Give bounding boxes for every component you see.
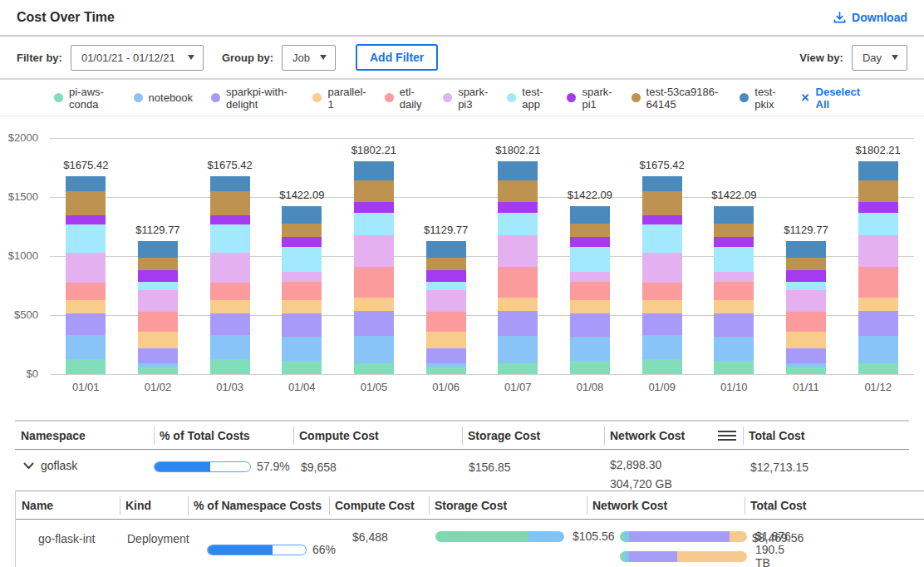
bar-segment-parallel-1[interactable]: [858, 298, 898, 311]
view-by-select[interactable]: Day: [852, 45, 907, 71]
bar-segment-etl-daily[interactable]: [786, 312, 826, 331]
bar-segment-test-53ca9186-64145[interactable]: [426, 258, 466, 271]
download-button[interactable]: Download: [833, 11, 907, 24]
bar-segment-notebook[interactable]: [642, 335, 682, 359]
bar-segment-test-app[interactable]: [858, 213, 898, 236]
legend-item-spark-pi1[interactable]: spark-pi1: [567, 86, 612, 111]
bar-segment-notebook[interactable]: [354, 336, 394, 363]
bar-segment-test-53ca9186-64145[interactable]: [354, 180, 394, 202]
bar-segment-test-app[interactable]: [786, 282, 826, 289]
bar-segment-notebook[interactable]: [210, 335, 250, 359]
bar-segment-etl-daily[interactable]: [66, 283, 106, 300]
bar-segment-notebook[interactable]: [570, 337, 610, 361]
bar-01/02[interactable]: [138, 241, 178, 374]
bar-segment-notebook[interactable]: [714, 337, 754, 361]
bar-segment-spark-pi3[interactable]: [786, 290, 826, 313]
bar-segment-spark-pi3[interactable]: [570, 272, 610, 282]
bar-segment-parallel-1[interactable]: [498, 298, 538, 311]
bar-01/09[interactable]: [642, 176, 682, 374]
bar-segment-pi-aws-conda[interactable]: [426, 367, 466, 374]
bar-segment-spark-pi3[interactable]: [426, 290, 466, 313]
bar-segment-spark-pi1[interactable]: [714, 237, 754, 247]
bar-segment-etl-daily[interactable]: [570, 282, 610, 300]
bar-segment-spark-pi1[interactable]: [66, 215, 106, 224]
bar-01/04[interactable]: [282, 206, 322, 374]
bar-segment-spark-pi1[interactable]: [426, 270, 466, 282]
bar-segment-spark-pi1[interactable]: [138, 270, 178, 282]
bar-segment-notebook[interactable]: [282, 337, 322, 361]
namespace-expander[interactable]: goflask: [15, 450, 154, 472]
bar-segment-sparkpi-with-delight[interactable]: [498, 311, 538, 337]
bar-segment-spark-pi3[interactable]: [642, 253, 682, 283]
bar-segment-parallel-1[interactable]: [642, 300, 682, 313]
bar-segment-spark-pi1[interactable]: [858, 202, 898, 213]
bar-01/06[interactable]: [426, 241, 466, 374]
bar-segment-pi-aws-conda[interactable]: [354, 363, 394, 374]
bar-segment-test-pkix[interactable]: [858, 161, 898, 180]
bar-01/03[interactable]: [210, 176, 250, 374]
bar-segment-etl-daily[interactable]: [498, 267, 538, 298]
bar-01/05[interactable]: [354, 161, 394, 374]
bar-01/12[interactable]: [858, 161, 898, 374]
bar-segment-etl-daily[interactable]: [210, 283, 250, 300]
bar-segment-pi-aws-conda[interactable]: [138, 367, 178, 374]
bar-segment-test-53ca9186-64145[interactable]: [570, 224, 610, 237]
bar-segment-test-app[interactable]: [210, 224, 250, 253]
bar-segment-pi-aws-conda[interactable]: [786, 367, 826, 374]
bar-segment-parallel-1[interactable]: [354, 298, 394, 311]
bar-segment-sparkpi-with-delight[interactable]: [66, 313, 106, 336]
legend-item-sparkpi-with-delight[interactable]: sparkpi-with-delight: [211, 86, 294, 111]
add-filter-button[interactable]: Add Filter: [356, 44, 438, 71]
bar-segment-test-app[interactable]: [570, 247, 610, 273]
bar-segment-notebook[interactable]: [858, 336, 898, 363]
bar-segment-sparkpi-with-delight[interactable]: [138, 348, 178, 362]
bar-segment-parallel-1[interactable]: [66, 300, 106, 313]
bar-segment-pi-aws-conda[interactable]: [282, 361, 322, 374]
legend-item-notebook[interactable]: notebook: [134, 91, 194, 104]
bar-segment-test-pkix[interactable]: [210, 176, 250, 191]
bar-segment-sparkpi-with-delight[interactable]: [714, 313, 754, 337]
bar-segment-test-app[interactable]: [138, 282, 178, 289]
bar-segment-test-pkix[interactable]: [354, 161, 394, 180]
bar-segment-spark-pi1[interactable]: [210, 215, 250, 224]
bar-segment-spark-pi1[interactable]: [642, 215, 682, 224]
bar-segment-test-app[interactable]: [714, 247, 754, 273]
bar-segment-notebook[interactable]: [498, 336, 538, 363]
bar-segment-test-53ca9186-64145[interactable]: [642, 191, 682, 215]
bar-segment-spark-pi3[interactable]: [714, 272, 754, 282]
legend-item-test-pkix[interactable]: test-pkix: [740, 86, 782, 111]
group-by-select[interactable]: Job: [282, 45, 336, 71]
bar-segment-pi-aws-conda[interactable]: [498, 363, 538, 374]
bar-01/08[interactable]: [570, 206, 610, 374]
table-row[interactable]: goflask 57.9% $9,658 $156.85 $2,898.30 3…: [15, 450, 909, 491]
bar-segment-test-53ca9186-64145[interactable]: [498, 180, 538, 202]
bar-segment-etl-daily[interactable]: [426, 312, 466, 331]
bar-segment-spark-pi3[interactable]: [138, 290, 178, 313]
legend-item-parallel-1[interactable]: parallel-1: [312, 86, 366, 111]
bar-segment-pi-aws-conda[interactable]: [210, 359, 250, 374]
bar-segment-test-pkix[interactable]: [282, 206, 322, 224]
bar-segment-parallel-1[interactable]: [570, 300, 610, 313]
bar-01/07[interactable]: [498, 161, 538, 374]
bar-segment-test-pkix[interactable]: [570, 206, 610, 224]
bar-segment-sparkpi-with-delight[interactable]: [642, 313, 682, 336]
bar-segment-test-app[interactable]: [66, 224, 106, 253]
bar-segment-spark-pi1[interactable]: [786, 270, 826, 282]
bar-segment-pi-aws-conda[interactable]: [714, 361, 754, 374]
bar-segment-spark-pi3[interactable]: [498, 235, 538, 266]
bar-segment-test-pkix[interactable]: [66, 176, 106, 191]
bar-segment-spark-pi3[interactable]: [210, 253, 250, 283]
legend-item-test-app[interactable]: test-app: [507, 86, 548, 111]
table-row[interactable]: go-flask-int Deployment 66% $6,488 $105.…: [16, 520, 924, 567]
bar-segment-test-pkix[interactable]: [642, 176, 682, 191]
bar-segment-sparkpi-with-delight[interactable]: [210, 313, 250, 336]
bar-segment-test-pkix[interactable]: [786, 241, 826, 258]
bar-segment-test-app[interactable]: [498, 213, 538, 236]
bar-segment-parallel-1[interactable]: [210, 300, 250, 313]
bar-segment-sparkpi-with-delight[interactable]: [786, 348, 826, 362]
bar-segment-etl-daily[interactable]: [642, 283, 682, 300]
bar-segment-test-53ca9186-64145[interactable]: [66, 191, 106, 215]
bar-segment-parallel-1[interactable]: [786, 332, 826, 349]
bar-segment-test-pkix[interactable]: [426, 241, 466, 258]
bar-segment-parallel-1[interactable]: [714, 300, 754, 313]
